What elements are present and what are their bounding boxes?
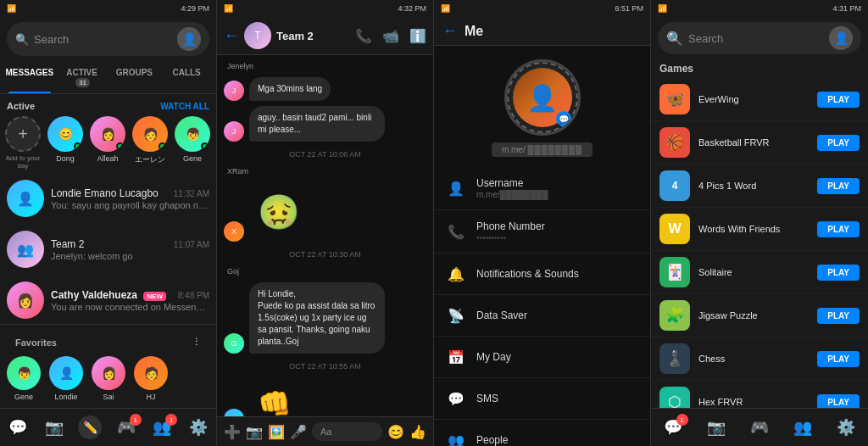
settings-content-notifications: Notifications & Sounds bbox=[476, 268, 638, 280]
chat-time-team2: 11:07 AM bbox=[174, 240, 209, 249]
settings-sms[interactable]: 💬 SMS bbox=[434, 378, 650, 420]
play-btn-solitaire[interactable]: PLAY bbox=[817, 265, 860, 281]
chat-item-team2[interactable]: 👥 Team 2 11:07 AM Jenelyn: welcom go bbox=[0, 224, 216, 275]
play-btn-hexfrvr[interactable]: PLAY bbox=[817, 394, 860, 409]
msg-row-xram: X 🤢 bbox=[224, 182, 426, 242]
fav-gene[interactable]: 👦 Gene bbox=[7, 356, 41, 401]
people-icon: 👥 bbox=[446, 430, 466, 446]
add-story-btn[interactable]: + bbox=[5, 116, 41, 152]
nav-camera-1[interactable]: 📷 bbox=[42, 415, 66, 439]
nav-settings-1[interactable]: ⚙️ bbox=[186, 415, 210, 439]
game-icon-everwing: 🦋 bbox=[659, 84, 690, 114]
image-icon[interactable]: 🖼️ bbox=[268, 424, 285, 440]
bubble-2: aguy.. basin taud2 pami... binli mi plea… bbox=[249, 106, 385, 142]
chat-preview-cathy: You are now connected on Messenger. bbox=[51, 302, 209, 312]
play-btn-chess[interactable]: PLAY bbox=[817, 351, 860, 367]
fav-name-hj: HJ bbox=[147, 393, 156, 401]
settings-content-people: People bbox=[476, 434, 638, 446]
message-input-box[interactable]: Aa bbox=[312, 422, 382, 441]
nav-compose-1[interactable]: ✏️ bbox=[78, 415, 102, 439]
tab-groups[interactable]: GROUPS bbox=[108, 61, 161, 93]
story-alleah[interactable]: 👩 Alleah bbox=[90, 116, 125, 170]
play-btn-words[interactable]: PLAY bbox=[817, 221, 860, 237]
time-1: 4:29 PM bbox=[181, 4, 209, 13]
settings-username[interactable]: 👤 Username m.me/████████ bbox=[434, 167, 650, 210]
play-btn-basketball[interactable]: PLAY bbox=[817, 135, 860, 151]
settings-label-myday: My Day bbox=[476, 351, 638, 363]
call-icon[interactable]: 📞 bbox=[355, 28, 372, 44]
fav-londie[interactable]: 👤 Londie bbox=[49, 356, 83, 401]
msg-avatar-jenelyn: J bbox=[224, 81, 244, 101]
watch-all-btn[interactable]: WATCH ALL bbox=[160, 102, 209, 111]
video-icon[interactable]: 📹 bbox=[382, 28, 399, 44]
emoji-icon[interactable]: 😊 bbox=[387, 424, 404, 440]
nav-camera-4[interactable]: 📷 bbox=[704, 415, 728, 439]
profile-username-value: m.me/ bbox=[502, 145, 526, 154]
status-bar-3: 📶 6:51 PM bbox=[434, 0, 650, 17]
notifications-icon: 🔔 bbox=[446, 264, 466, 284]
msg-avatar-goj: G bbox=[224, 333, 244, 354]
nav-games-4[interactable]: 🎮 bbox=[748, 415, 771, 439]
mic-icon[interactable]: 🎤 bbox=[290, 424, 307, 440]
play-btn-4pics[interactable]: PLAY bbox=[817, 178, 860, 194]
chat-back-btn[interactable]: ← bbox=[224, 27, 239, 45]
fav-avatar-gene: 👦 bbox=[7, 356, 41, 390]
nav-messages-1[interactable]: 💬 bbox=[6, 415, 30, 439]
bubble-sticker-xram: 🤢 bbox=[249, 182, 309, 242]
fav-sai[interactable]: 👩 Sai bbox=[92, 356, 125, 401]
settings-value-username: m.me/████████ bbox=[476, 190, 638, 199]
msg-row-fist: ? 👊 bbox=[224, 379, 426, 416]
sms-icon: 💬 bbox=[446, 388, 466, 409]
games-search-bar[interactable]: 🔍 Search 👤 bbox=[658, 22, 861, 54]
profile-username-blurred: ████████ bbox=[527, 145, 582, 154]
chat-item-londie[interactable]: 👤 Londie Emano Lucagbo 11:32 AM You: say… bbox=[0, 173, 216, 224]
info-icon[interactable]: ℹ️ bbox=[409, 28, 426, 44]
nav-settings-4[interactable]: ⚙️ bbox=[834, 415, 858, 439]
settings-myday[interactable]: 📅 My Day bbox=[434, 337, 650, 378]
game-hexfrvr: ⬡ Hex FRVR PLAY bbox=[651, 381, 868, 408]
chat-header-name: Team 2 bbox=[276, 30, 350, 42]
game-chess: ♟️ Chess PLAY bbox=[651, 337, 868, 381]
chat-avatar-cathy: 👩 bbox=[7, 282, 44, 319]
add-icon[interactable]: ➕ bbox=[224, 424, 241, 440]
username-icon: 👤 bbox=[446, 178, 466, 198]
bottom-nav-4: 💬 1 📷 🎮 👥 ⚙️ bbox=[651, 408, 868, 446]
profile-back-btn[interactable]: ← bbox=[442, 22, 458, 40]
play-btn-everwing[interactable]: PLAY bbox=[817, 92, 860, 108]
search-icon-1: 🔍 bbox=[15, 33, 29, 46]
nav-people-4[interactable]: 👥 bbox=[791, 415, 815, 439]
user-avatar-4[interactable]: 👤 bbox=[829, 26, 853, 50]
game-icon-jigsaw: 🧩 bbox=[659, 300, 690, 331]
settings-phone[interactable]: 📞 Phone Number •••••••••• bbox=[434, 210, 650, 254]
tab-messages[interactable]: MESSAGES bbox=[3, 61, 56, 93]
play-btn-jigsaw[interactable]: PLAY bbox=[817, 308, 860, 324]
timestamp-3: OCT 22 AT 10:55 AM bbox=[224, 362, 426, 371]
story-dong[interactable]: 😊 Dong bbox=[47, 116, 83, 170]
settings-datasaver[interactable]: 📡 Data Saver bbox=[434, 295, 650, 337]
story-gene[interactable]: 👦 Gene bbox=[175, 116, 210, 170]
status-right-2: 4:32 PM bbox=[398, 4, 426, 13]
fav-hj[interactable]: 🧑 HJ bbox=[134, 356, 168, 401]
chat-item-cathy[interactable]: 👩 Cathy Valdehueza NEW 8:48 PM You are n… bbox=[0, 275, 216, 324]
game-name-4pics: 4 Pics 1 Word bbox=[698, 181, 809, 191]
camera-icon[interactable]: 📷 bbox=[246, 424, 263, 440]
nav-people-1[interactable]: 👥 1 bbox=[150, 415, 174, 439]
nav-messages-4[interactable]: 💬 1 bbox=[661, 415, 685, 439]
online-dot-alleah bbox=[116, 142, 124, 150]
chat-time-cathy: 8:48 PM bbox=[178, 291, 209, 300]
story-eiren[interactable]: 🧑 エーレン bbox=[132, 116, 168, 170]
user-avatar-1[interactable]: 👤 bbox=[177, 27, 201, 51]
tab-active[interactable]: ACTIVE 31 bbox=[56, 61, 108, 93]
nav-games-1[interactable]: 🎮 1 bbox=[114, 415, 138, 439]
search-bar-1[interactable]: 🔍 Search 👤 bbox=[7, 22, 209, 56]
like-icon[interactable]: 👍 bbox=[409, 424, 426, 440]
online-dot-gene bbox=[201, 142, 209, 150]
settings-people[interactable]: 👥 People bbox=[434, 420, 650, 446]
settings-notifications[interactable]: 🔔 Notifications & Sounds bbox=[434, 254, 650, 295]
tab-calls[interactable]: CALLS bbox=[160, 61, 213, 93]
settings-content-phone: Phone Number •••••••••• bbox=[476, 220, 638, 243]
story-add[interactable]: + Add to yourday bbox=[5, 116, 41, 170]
settings-content-myday: My Day bbox=[476, 351, 638, 363]
active-label-text: Active bbox=[7, 101, 35, 111]
online-dot-eiren bbox=[159, 142, 166, 150]
